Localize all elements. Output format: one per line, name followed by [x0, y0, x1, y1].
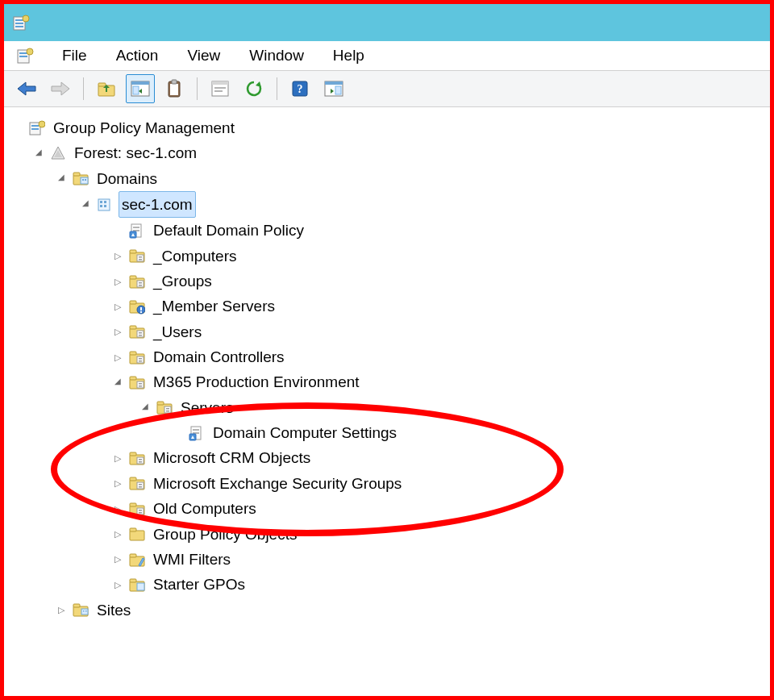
ou-icon [128, 450, 146, 466]
tree-root-label: Group Policy Management [51, 115, 237, 140]
tree-item-label: _Computers [151, 244, 239, 269]
toolbar-separator [197, 77, 198, 100]
menu-file[interactable]: File [59, 45, 90, 66]
tree-item-label: Group Policy Objects [151, 522, 299, 547]
tree-ou-computers[interactable]: _Computers [12, 244, 764, 269]
tree-domain-label: sec-1.com [119, 191, 196, 218]
expand-toggle[interactable] [112, 552, 123, 566]
svg-rect-2 [15, 23, 23, 24]
show-hide-tree-button[interactable] [126, 74, 155, 103]
expand-toggle[interactable] [112, 577, 123, 592]
tree-forest-label: Forest: sec-1.com [72, 140, 199, 165]
tree-domain[interactable]: sec-1.com [12, 191, 764, 218]
tree-item-label: WMI Filters [151, 547, 233, 572]
starter-gpo-icon [128, 577, 146, 593]
tree-ou-member-servers[interactable]: _Member Servers [12, 294, 764, 319]
expand-toggle[interactable] [112, 476, 123, 490]
expand-toggle[interactable] [112, 274, 123, 289]
tree-item-label: M365 Production Environment [151, 369, 362, 394]
clipboard-button[interactable] [160, 74, 189, 103]
tree-sites[interactable]: Sites [12, 598, 764, 623]
svg-marker-10 [52, 82, 69, 95]
tree-root[interactable]: Group Policy Management [12, 115, 764, 140]
tree-item-label: Microsoft CRM Objects [151, 445, 313, 470]
tree-ou-users[interactable]: _Users [12, 319, 764, 344]
tree-ou-m365[interactable]: M365 Production Environment [12, 369, 764, 394]
gpo-link-icon [188, 425, 206, 441]
menu-window[interactable]: Window [246, 45, 307, 66]
expand-toggle[interactable] [56, 602, 67, 617]
tree-item-label: Servers [178, 395, 235, 420]
expand-toggle[interactable] [112, 527, 123, 541]
forward-button[interactable] [46, 74, 75, 103]
ou-icon [156, 399, 173, 415]
tree-wmi-filters[interactable]: WMI Filters [12, 547, 764, 572]
tree-forest[interactable]: Forest: sec-1.com [12, 140, 764, 165]
expand-toggle[interactable] [112, 350, 123, 365]
menu-help[interactable]: Help [330, 45, 368, 66]
help-button[interactable]: ? [285, 74, 314, 103]
svg-marker-9 [18, 82, 35, 95]
ou-icon [128, 501, 146, 517]
menu-bar: File Action View Window Help [4, 41, 770, 71]
tree-domains[interactable]: Domains [12, 166, 764, 191]
svg-rect-20 [172, 80, 177, 84]
expand-toggle[interactable] [33, 147, 44, 160]
tree-item-label: Domain Controllers [151, 344, 287, 369]
title-bar[interactable] [4, 4, 770, 41]
tree-ou-servers[interactable]: Servers [12, 395, 764, 420]
ou-icon [128, 273, 146, 290]
toolbar-separator [83, 77, 84, 100]
svg-rect-23 [214, 87, 226, 89]
back-button[interactable] [12, 74, 41, 103]
svg-rect-7 [19, 56, 27, 57]
expand-toggle[interactable] [112, 324, 123, 339]
ou-icon [128, 323, 146, 340]
expand-toggle[interactable] [56, 172, 67, 185]
navigation-tree[interactable]: Group Policy Management Forest: sec-1.co… [4, 107, 770, 623]
expand-toggle[interactable] [112, 248, 123, 263]
svg-point-4 [23, 15, 29, 22]
expand-toggle[interactable] [112, 299, 123, 314]
tree-item-label: _Groups [151, 269, 214, 294]
menu-view[interactable]: View [184, 45, 223, 66]
ou-icon [128, 248, 146, 264]
show-actions-button[interactable] [319, 74, 348, 103]
sites-icon [72, 602, 89, 618]
tree-default-domain-policy[interactable]: Default Domain Policy [12, 218, 764, 243]
svg-rect-19 [170, 84, 178, 95]
app-window: File Action View Window Help [0, 0, 774, 700]
refresh-button[interactable] [239, 74, 268, 103]
ou-blocked-icon [128, 298, 146, 315]
expand-toggle[interactable] [139, 401, 151, 415]
svg-rect-12 [98, 83, 106, 86]
tree-ou-old-computers[interactable]: Old Computers [12, 496, 764, 521]
svg-text:?: ? [298, 83, 303, 95]
expand-toggle[interactable] [112, 451, 123, 465]
tree-ou-exchange[interactable]: Microsoft Exchange Security Groups [12, 471, 764, 496]
svg-marker-25 [256, 81, 261, 87]
tree-starter-gpos[interactable]: Starter GPOs [12, 572, 764, 597]
forest-icon [49, 145, 67, 161]
svg-point-8 [27, 48, 33, 55]
folder-icon [128, 526, 146, 542]
properties-button[interactable] [206, 74, 235, 103]
tree-gpo-domain-computer-settings[interactable]: Domain Computer Settings [12, 420, 764, 445]
menu-action[interactable]: Action [113, 45, 162, 66]
tree-item-label: Microsoft Exchange Security Groups [151, 471, 404, 496]
svg-rect-3 [15, 26, 23, 27]
svg-rect-6 [19, 52, 27, 54]
ou-icon [128, 475, 146, 491]
svg-rect-30 [335, 86, 341, 94]
svg-rect-22 [212, 81, 228, 85]
tree-gpo-container[interactable]: Group Policy Objects [12, 522, 764, 547]
tree-ou-crm[interactable]: Microsoft CRM Objects [12, 445, 764, 470]
expand-toggle[interactable] [112, 376, 123, 390]
domain-icon [96, 197, 114, 213]
tree-ou-domain-controllers[interactable]: Domain Controllers [12, 344, 764, 369]
expand-toggle[interactable] [112, 502, 123, 516]
tree-ou-groups[interactable]: _Groups [12, 269, 764, 294]
ou-icon [128, 374, 146, 390]
expand-toggle[interactable] [80, 198, 91, 211]
up-folder-button[interactable] [92, 74, 121, 103]
